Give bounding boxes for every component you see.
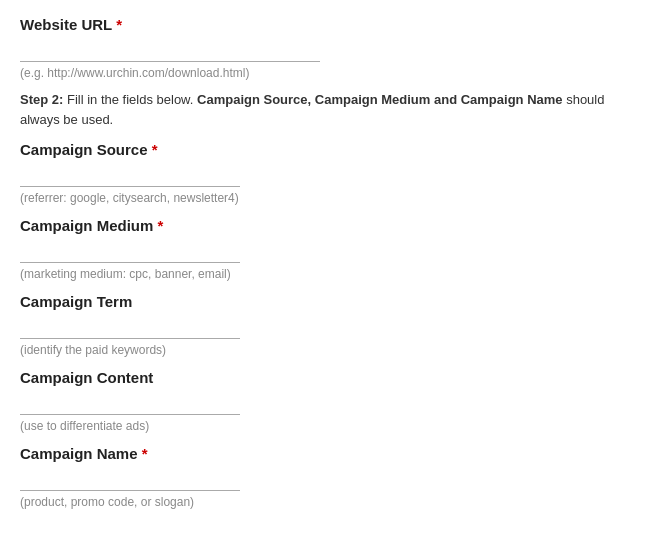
campaign-term-hint: (identify the paid keywords) xyxy=(20,343,630,357)
website-url-required: * xyxy=(112,16,122,33)
website-url-label-text: Website URL xyxy=(20,16,112,33)
website-url-group: Website URL * (e.g. http://www.urchin.co… xyxy=(20,16,630,80)
campaign-term-group: Campaign Term (identify the paid keyword… xyxy=(20,293,630,357)
campaign-name-hint: (product, promo code, or slogan) xyxy=(20,495,630,509)
campaign-content-input[interactable] xyxy=(20,394,240,415)
campaign-name-required: * xyxy=(138,445,148,462)
campaign-medium-required: * xyxy=(153,217,163,234)
website-url-input[interactable] xyxy=(20,41,320,62)
campaign-medium-group: Campaign Medium * (marketing medium: cpc… xyxy=(20,217,630,281)
form-section: Website URL * (e.g. http://www.urchin.co… xyxy=(20,16,630,509)
step-instruction: Step 2: Fill in the fields below. Campai… xyxy=(20,90,630,129)
campaign-medium-input[interactable] xyxy=(20,242,240,263)
campaign-source-required: * xyxy=(148,141,158,158)
campaign-content-label: Campaign Content xyxy=(20,369,630,386)
campaign-content-group: Campaign Content (use to differentiate a… xyxy=(20,369,630,433)
campaign-source-group: Campaign Source * (referrer: google, cit… xyxy=(20,141,630,205)
campaign-term-label: Campaign Term xyxy=(20,293,630,310)
step-instruction-bold: Campaign Source, Campaign Medium and Cam… xyxy=(197,92,563,107)
website-url-label: Website URL * xyxy=(20,16,630,33)
campaign-medium-hint: (marketing medium: cpc, banner, email) xyxy=(20,267,630,281)
campaign-content-hint: (use to differentiate ads) xyxy=(20,419,630,433)
campaign-term-input[interactable] xyxy=(20,318,240,339)
campaign-medium-label: Campaign Medium * xyxy=(20,217,630,234)
campaign-name-group: Campaign Name * (product, promo code, or… xyxy=(20,445,630,509)
campaign-source-label: Campaign Source * xyxy=(20,141,630,158)
campaign-source-hint: (referrer: google, citysearch, newslette… xyxy=(20,191,630,205)
campaign-name-input[interactable] xyxy=(20,470,240,491)
website-url-hint: (e.g. http://www.urchin.com/download.htm… xyxy=(20,66,630,80)
campaign-name-label: Campaign Name * xyxy=(20,445,630,462)
campaign-source-input[interactable] xyxy=(20,166,240,187)
step-instruction-prefix: Step 2: Fill in the fields below. xyxy=(20,92,197,107)
